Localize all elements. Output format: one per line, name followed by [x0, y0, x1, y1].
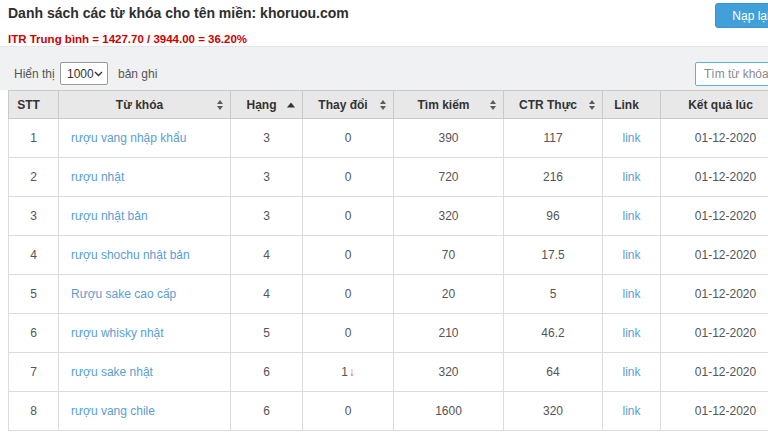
date-value: 01-12-2020 [695, 287, 756, 301]
ctr-value: 5 [550, 287, 557, 301]
column-header-tim-kiem[interactable]: Tìm kiếm [394, 91, 504, 119]
stt-value: 2 [30, 170, 37, 184]
cell-change: 0 [303, 275, 394, 314]
result-link[interactable]: link [622, 404, 640, 418]
cell-change: 0 [303, 392, 394, 431]
column-label: Hạng [247, 98, 277, 112]
column-header-thay-doi[interactable]: Thay đổi [303, 91, 394, 119]
cell-rank: 3 [231, 197, 303, 236]
cell-search-volume: 390 [394, 119, 504, 158]
keyword-link[interactable]: rượu nhật [71, 170, 124, 184]
show-label: Hiển thị [14, 67, 55, 81]
page-title: Danh sách các từ khóa cho tên miền: khor… [8, 5, 349, 21]
cell-keyword: rượu vang nhập khẩu [59, 119, 231, 158]
rank-down-icon: ↓ [349, 365, 355, 379]
keyword-link[interactable]: Rượu sake cao cấp [71, 287, 176, 301]
sort-icon [490, 100, 496, 110]
reload-button[interactable]: Nạp lại [715, 3, 768, 28]
cell-stt: 2 [9, 158, 59, 197]
cell-ctr: 96 [504, 197, 603, 236]
cell-stt: 5 [9, 275, 59, 314]
cell-ctr: 216 [504, 158, 603, 197]
keyword-link[interactable]: rượu shochu nhật bản [71, 248, 190, 262]
stt-value: 1 [30, 131, 37, 145]
keywords-table: STTTừ khóaHạngThay đổiTìm kiếmCTR ThựcLi… [8, 90, 768, 431]
cell-keyword: rượu shochu nhật bản [59, 236, 231, 275]
cell-date: 01-12-2020 [661, 275, 768, 314]
page-size-select[interactable]: 1000 [60, 62, 108, 85]
keyword-link[interactable]: rượu nhật bản [71, 209, 148, 223]
result-link[interactable]: link [622, 170, 640, 184]
keyword-link[interactable]: rượu vang chile [71, 404, 155, 418]
cell-search-volume: 210 [394, 314, 504, 353]
column-header-tu-khoa[interactable]: Từ khóa [59, 91, 231, 119]
stt-value: 7 [30, 365, 37, 379]
rank-value: 3 [263, 209, 270, 223]
cell-date: 01-12-2020 [661, 392, 768, 431]
column-label: CTR Thực [519, 98, 577, 112]
cell-stt: 1 [9, 119, 59, 158]
table-header-row: STTTừ khóaHạngThay đổiTìm kiếmCTR ThựcLi… [9, 91, 768, 119]
search-input[interactable] [695, 62, 768, 86]
table-row: 5Rượu sake cao cấp40205link01-12-2020 [9, 275, 768, 314]
result-link[interactable]: link [622, 209, 640, 223]
cell-rank: 3 [231, 119, 303, 158]
column-header-link: Link [603, 91, 661, 119]
date-value: 01-12-2020 [695, 170, 756, 184]
change-value: 0 [345, 248, 352, 262]
result-link[interactable]: link [622, 131, 640, 145]
rank-value: 5 [263, 326, 270, 340]
cell-link: link [603, 353, 661, 392]
keyword-link[interactable]: rượu vang nhập khẩu [71, 131, 186, 145]
cell-link: link [603, 236, 661, 275]
rank-value: 6 [263, 365, 270, 379]
chevron-down-icon [94, 71, 103, 77]
column-header-hang[interactable]: Hạng [231, 91, 303, 119]
search-volume-value: 320 [438, 365, 458, 379]
cell-link: link [603, 197, 661, 236]
keyword-link[interactable]: rượu whisky nhật [71, 326, 164, 340]
date-value: 01-12-2020 [695, 326, 756, 340]
search-volume-value: 1600 [435, 404, 462, 418]
change-value: 1 [341, 365, 348, 379]
cell-rank: 6 [231, 353, 303, 392]
ctr-value: 96 [546, 209, 559, 223]
column-label: Tìm kiếm [417, 98, 469, 112]
cell-ctr: 17.5 [504, 236, 603, 275]
result-link[interactable]: link [622, 365, 640, 379]
cell-rank: 4 [231, 236, 303, 275]
column-header-ctr-thuc[interactable]: CTR Thực [504, 91, 603, 119]
table-row: 7rượu sake nhật61↓32064link01-12-2020 [9, 353, 768, 392]
search-volume-value: 720 [438, 170, 458, 184]
cell-change: 0 [303, 197, 394, 236]
cell-change: 1↓ [303, 353, 394, 392]
cell-rank: 6 [231, 392, 303, 431]
column-label: STT [17, 98, 40, 112]
cell-link: link [603, 119, 661, 158]
cell-change: 0 [303, 314, 394, 353]
rank-value: 4 [263, 248, 270, 262]
cell-change: 0 [303, 236, 394, 275]
cell-ctr: 117 [504, 119, 603, 158]
column-header-stt: STT [9, 91, 59, 119]
result-link[interactable]: link [622, 287, 640, 301]
rank-value: 3 [263, 170, 270, 184]
result-link[interactable]: link [622, 248, 640, 262]
cell-search-volume: 70 [394, 236, 504, 275]
table-row: 6rượu whisky nhật5021046.2link01-12-2020 [9, 314, 768, 353]
keyword-link[interactable]: rượu sake nhật [71, 365, 153, 379]
cell-keyword: rượu sake nhật [59, 353, 231, 392]
itr-summary: ITR Trung bình = 1427.70 / 3944.00 = 36.… [8, 33, 247, 45]
table-row: 1rượu vang nhập khẩu30390117link01-12-20… [9, 119, 768, 158]
page-size-value: 1000 [67, 67, 94, 81]
sort-asc-icon [287, 102, 295, 107]
result-link[interactable]: link [622, 326, 640, 340]
cell-search-volume: 20 [394, 275, 504, 314]
ctr-value: 320 [543, 404, 563, 418]
date-value: 01-12-2020 [695, 248, 756, 262]
rank-value: 4 [263, 287, 270, 301]
cell-link: link [603, 314, 661, 353]
change-value: 0 [345, 209, 352, 223]
ctr-value: 216 [543, 170, 563, 184]
rank-value: 3 [263, 131, 270, 145]
